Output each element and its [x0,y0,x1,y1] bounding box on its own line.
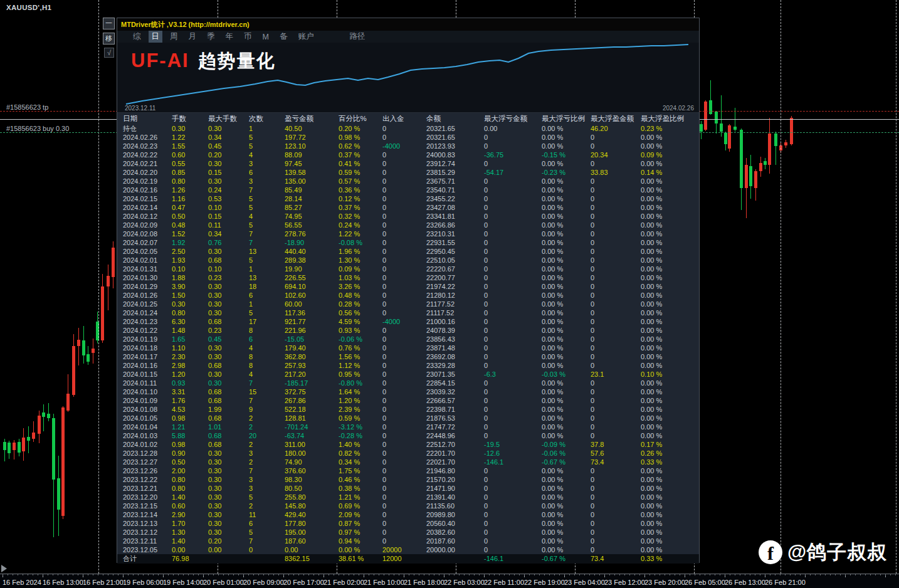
cell: 0.53 [208,194,249,203]
time-axis-label: 21 Feb 02:00 [323,579,364,586]
cell: 0 [382,414,426,423]
cell: 0 [591,352,641,361]
cell: 0.00 % [641,282,699,291]
cell: 0.23 [208,273,249,282]
cell: 0.00 % [641,361,699,370]
cell: 0.00 % [542,273,591,282]
cell: 1.30 [172,528,208,537]
cell: 0.00 % [641,387,699,396]
cell: 0 [382,221,426,229]
candle-wick [108,265,108,310]
cell: 0 [382,177,426,186]
cell: 6 [249,291,285,300]
time-axis[interactable]: 16 Feb 202416 Feb 13:0016 Feb 21:0019 Fe… [0,574,899,588]
equity-curve-chart: UF-AI 趋势量化 2023.12.11 2024.02.26 [117,43,699,113]
cell: 0.33 % [641,458,699,466]
cell: 2024.02.14 [123,203,172,212]
cell: 217.20 [285,370,339,379]
cell: 5 [249,133,285,142]
cell: 0 [591,528,641,537]
cell: 1.30 % [339,256,382,265]
cell: 2024.02.09 [123,221,172,229]
cell: 1 [249,124,285,133]
cell: 0.30 [208,493,249,501]
cell: 0.00 % [641,300,699,308]
cell: 0.30 [208,247,249,256]
candlestick [112,248,115,277]
candlestick [22,438,25,451]
cell: 0 [382,361,426,370]
cell: 7 [249,229,285,238]
cell: 0.00 % [641,344,699,352]
cell: 22398.71 [426,405,484,414]
cell: 0 [591,203,641,212]
cell: 0.00 % [641,396,699,405]
cell: 0.00 % [542,282,591,291]
cell: 0 [382,212,426,221]
cell: 2023.12.13 [123,519,172,528]
cell: 372.75 [285,387,339,396]
cell: 2.50 [172,247,208,256]
menu-item-5[interactable]: 季 [204,31,218,43]
table-row: 2024.01.261.500.306102.600.48 %021280.12… [117,291,699,300]
cell: 1.22 % [339,229,382,238]
cell: 21117.52 [426,308,484,317]
menu-item-6[interactable]: 年 [223,31,237,43]
table-row: 2024.01.191.650.456-15.05-0.06 %023856.4… [117,335,699,344]
cell: 0 [382,291,426,300]
menu-item-10[interactable]: 账户 [295,31,317,43]
brand-ufai: UF-AI [131,50,189,72]
menu-item-11[interactable]: 路径 [346,31,368,43]
column-header: 盈亏金额 [285,113,339,124]
cell: 135.00 [285,177,339,186]
move-button[interactable]: 移 [103,33,115,45]
cell: 4 [249,344,285,352]
candlestick [784,142,787,145]
cell: 0 [484,229,542,238]
cell: 1.52 [172,229,208,238]
time-axis-label: 22 Feb 11:00 [484,579,524,586]
cell: 0.00 % [542,379,591,387]
cell: 0.00 % [542,501,591,510]
menu-item-8[interactable]: M [260,32,272,42]
cell: 0 [484,247,542,256]
menu-item-3[interactable]: 周 [167,31,181,43]
candlestick [754,171,757,188]
cell: 0.00 % [542,133,591,142]
cell: 0 [591,212,641,221]
brand-watermark: UF-AI 趋势量化 [131,49,276,74]
cell: 2023.12.28 [123,449,172,458]
cell: 0.00 % [641,414,699,423]
axis-corner-arrow-icon[interactable] [1,565,7,572]
cell: 0.00 % [641,221,699,229]
cell: 22512.70 [426,440,484,449]
cell: 0.12 % [339,194,382,203]
table-row: 2023.12.210.800.30380.500.38 %021471.900… [117,484,699,493]
cell: 0.00 % [641,335,699,344]
cell: 2024.01.24 [123,308,172,317]
cell: 0.00 [172,545,208,554]
cell: 0 [484,256,542,265]
candlestick [18,442,21,453]
panel-titlebar[interactable]: MTDriver统计 ,V3.12 (http://mtdriver.cn) [117,18,699,31]
cell: 0 [591,265,641,273]
menu-item-9[interactable]: 备 [276,31,291,43]
minimize-button[interactable]: 一 [103,18,115,29]
cell: 694.10 [285,282,339,291]
cell: 37.8 [591,440,641,449]
cell: 0 [591,387,641,396]
menu-item-4[interactable]: 月 [186,31,200,43]
cell: 0 [591,493,641,501]
menu-item-1[interactable]: 综 [130,31,144,43]
check-button[interactable]: √ [104,48,114,58]
cell: 20321.65 [426,124,484,133]
cell: 0.30 [208,124,249,133]
menu-item-2[interactable]: 日 [149,31,163,43]
cell: 0.00 % [641,501,699,510]
menu-item-7[interactable]: 币 [241,31,255,43]
cell: 2024.01.25 [123,300,172,308]
candlestick [61,407,65,516]
table-row: 2023.12.142.900.3011429.402.09 %020989.8… [117,510,699,519]
cell: 0.00 % [641,528,699,537]
cell: 0.00 % [641,317,699,326]
